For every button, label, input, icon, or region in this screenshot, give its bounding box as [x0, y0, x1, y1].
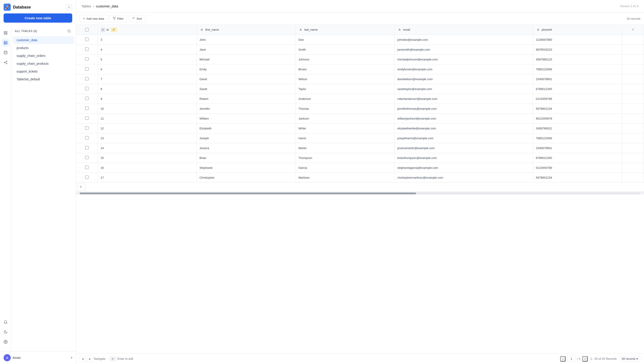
- cell-phone[interactable]: 6789012345: [533, 153, 622, 163]
- cell-email[interactable]: davidwilson@example.com: [395, 74, 533, 84]
- table-row[interactable]: 7 David Wilson davidwilson@example.com 2…: [76, 74, 644, 84]
- page-prev-button[interactable]: ‹: [560, 356, 566, 361]
- table-row[interactable]: 12 Elizabeth White elizabethwhite@exampl…: [76, 123, 644, 133]
- phone-column-header[interactable]: A phoneN: [533, 25, 622, 35]
- cell-id[interactable]: 15: [98, 153, 196, 163]
- email-column-header[interactable]: A email: [395, 25, 533, 35]
- cell-last-name[interactable]: Garcia: [296, 163, 394, 172]
- cell-last-name[interactable]: Doe: [296, 35, 394, 45]
- last-name-column-header[interactable]: A last_name: [296, 25, 394, 35]
- cell-first-name[interactable]: Robert: [197, 94, 296, 104]
- id-column-header[interactable]: # id: [98, 25, 196, 35]
- cell-first-name[interactable]: Elizabeth: [197, 123, 296, 133]
- page-input[interactable]: [567, 356, 575, 362]
- add-column-button[interactable]: +: [622, 25, 644, 35]
- cell-phone[interactable]: 2345678901: [533, 74, 622, 84]
- row-checkbox[interactable]: [85, 156, 88, 159]
- cell-phone[interactable]: 0123456789: [533, 163, 622, 172]
- cell-last-name[interactable]: Smith: [296, 45, 394, 54]
- cell-id[interactable]: 8: [98, 84, 196, 94]
- cell-last-name[interactable]: Wilson: [296, 74, 394, 84]
- cell-id[interactable]: 7: [98, 74, 196, 84]
- cell-email[interactable]: robertanderson@example.com: [395, 94, 533, 104]
- row-checkbox[interactable]: [85, 175, 88, 179]
- cell-first-name[interactable]: Jessica: [197, 143, 296, 153]
- row-checkbox[interactable]: [85, 166, 88, 169]
- cell-email[interactable]: michaeljohnson@example.com: [395, 54, 533, 64]
- sidebar-icon-database[interactable]: [2, 49, 10, 57]
- cell-phone[interactable]: 0123456789: [533, 94, 622, 104]
- row-checkbox[interactable]: [85, 87, 88, 90]
- row-checkbox[interactable]: [85, 107, 88, 110]
- row-checkbox[interactable]: [85, 77, 88, 80]
- cell-phone[interactable]: 7890123456: [533, 64, 622, 74]
- cell-email[interactable]: christophermartinez@example.com: [395, 172, 533, 183]
- table-row[interactable]: 9 Robert Anderson robertanderson@example…: [76, 94, 644, 104]
- cell-email[interactable]: williamjackson@example.com: [395, 113, 533, 123]
- cell-phone[interactable]: 7890123456: [533, 133, 622, 143]
- select-all-header[interactable]: [76, 25, 98, 35]
- records-per-page-selector[interactable]: 50 records ▾: [620, 356, 640, 361]
- sidebar-icon-workflow[interactable]: [2, 58, 10, 67]
- cell-last-name[interactable]: Anderson: [296, 94, 394, 104]
- cell-first-name[interactable]: Christopher: [197, 172, 296, 183]
- create-table-button[interactable]: Create new table: [4, 14, 72, 23]
- cell-last-name[interactable]: Martinez: [296, 172, 394, 183]
- cell-phone[interactable]: 2345678901: [533, 143, 622, 153]
- row-checkbox[interactable]: [85, 136, 88, 139]
- horizontal-scrollbar[interactable]: [76, 192, 644, 195]
- cell-phone[interactable]: 5678901234: [533, 172, 622, 183]
- cell-email[interactable]: stephaniegarcia@example.com: [395, 163, 533, 172]
- cell-last-name[interactable]: Martin: [296, 143, 394, 153]
- cell-id[interactable]: 11: [98, 113, 196, 123]
- cell-first-name[interactable]: John: [197, 35, 296, 45]
- table-row[interactable]: 15 Brian Thompson brianthompson@example.…: [76, 153, 644, 163]
- cell-id[interactable]: 12: [98, 123, 196, 133]
- cell-id[interactable]: 16: [98, 163, 196, 172]
- row-checkbox[interactable]: [85, 48, 88, 51]
- table-row[interactable]: 8 Sarah Taylor sarahtaylor@example.com 6…: [76, 84, 644, 94]
- navigate-prev-button[interactable]: ◂: [80, 356, 86, 362]
- table-row[interactable]: 3 John Doe johndoe@example.com 123456789…: [76, 35, 644, 45]
- cell-first-name[interactable]: Emily: [197, 64, 296, 74]
- table-row[interactable]: 10 Jennifer Thomas jenniferthomas@exampl…: [76, 104, 644, 113]
- cell-email[interactable]: janesmith@example.com: [395, 45, 533, 54]
- cell-id[interactable]: 4: [98, 45, 196, 54]
- cell-id[interactable]: 6: [98, 64, 196, 74]
- first-name-column-header[interactable]: A first_name: [197, 25, 296, 35]
- sidebar-icon-bell[interactable]: [2, 318, 10, 326]
- row-checkbox[interactable]: [85, 146, 88, 149]
- row-checkbox[interactable]: [85, 67, 88, 71]
- page-next-button[interactable]: ›: [582, 356, 588, 361]
- sidebar-table-item-TableSet_default[interactable]: TableSet_default: [13, 75, 74, 83]
- table-row[interactable]: 4 Jane Smith janesmith@example.com 98765…: [76, 45, 644, 54]
- cell-first-name[interactable]: Jennifer: [197, 104, 296, 113]
- breadcrumb-tables[interactable]: Tables: [82, 4, 91, 8]
- navigate-next-button[interactable]: ▸: [87, 356, 93, 362]
- cell-phone[interactable]: 4567890123: [533, 54, 622, 64]
- sidebar-table-item-products[interactable]: products: [13, 44, 74, 52]
- select-all-checkbox[interactable]: [85, 28, 88, 31]
- cell-last-name[interactable]: White: [296, 123, 394, 133]
- cell-last-name[interactable]: Brown: [296, 64, 394, 74]
- cell-first-name[interactable]: David: [197, 74, 296, 84]
- cell-email[interactable]: jenniferthomas@example.com: [395, 104, 533, 113]
- cell-phone[interactable]: 3456789012: [533, 123, 622, 133]
- add-data-button[interactable]: + Add new data: [80, 15, 108, 22]
- table-row[interactable]: 5 Michael Johnson michaeljohnson@example…: [76, 54, 644, 64]
- cell-first-name[interactable]: William: [197, 113, 296, 123]
- cell-id[interactable]: 10: [98, 104, 196, 113]
- add-row-button[interactable]: +: [77, 184, 84, 191]
- cell-email[interactable]: elizabethwhite@example.com: [395, 123, 533, 133]
- cell-phone[interactable]: 9876543210: [533, 45, 622, 54]
- sidebar-icon-moon[interactable]: [2, 328, 10, 336]
- sort-button[interactable]: Sort: [129, 15, 145, 22]
- sidebar-table-item-supply_chain_products[interactable]: supply_chain_products: [13, 60, 74, 67]
- cell-id[interactable]: 9: [98, 94, 196, 104]
- filter-button[interactable]: Filter: [109, 15, 127, 22]
- table-row[interactable]: 16 Stephanie Garcia stephaniegarcia@exam…: [76, 163, 644, 172]
- row-checkbox[interactable]: [85, 116, 88, 120]
- cell-email[interactable]: jessicamartin@example.com: [395, 143, 533, 153]
- cell-first-name[interactable]: Stephanie: [197, 163, 296, 172]
- cell-email[interactable]: josephharris@example.com: [395, 133, 533, 143]
